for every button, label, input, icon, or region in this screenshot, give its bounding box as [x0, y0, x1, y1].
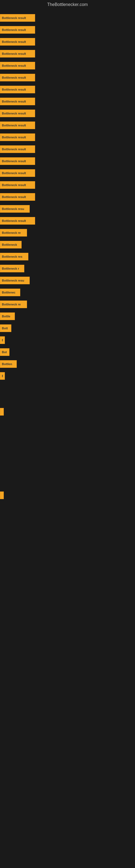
bar-row: Bottle — [0, 310, 135, 322]
bar-row: B — [0, 370, 135, 382]
bar-row: Bottleneck re — [0, 299, 135, 310]
bar-label: Bottleneck result — [2, 148, 26, 151]
bar-label: Bottleneck resu — [2, 207, 24, 211]
bottleneck-bar[interactable]: B — [0, 372, 5, 380]
bar-row — [0, 418, 135, 430]
bar-label: Bottleneck result — [2, 135, 26, 139]
bar-row: Bottleneck result — [0, 143, 135, 155]
bar-row: | — [0, 406, 135, 418]
bar-label: Bottleneck result — [2, 100, 26, 103]
bar-row: Bottleneck result — [0, 60, 135, 72]
bar-label: Bottle — [2, 315, 10, 318]
bar-label: Bottleneck result — [2, 172, 26, 175]
bar-label: Bottlenec — [2, 291, 15, 294]
bar-row: Bottleneck result — [0, 119, 135, 131]
bottleneck-bar[interactable]: Bottleneck result — [0, 110, 35, 117]
bottleneck-bar[interactable]: Bottleneck result — [0, 86, 35, 93]
bar-label: Bottleneck resu — [2, 279, 24, 282]
bottleneck-bar[interactable]: Bottleneck result — [0, 145, 35, 153]
bottleneck-bar[interactable]: Bottle — [0, 312, 15, 320]
bottleneck-bar[interactable]: Bottleneck result — [0, 181, 35, 189]
bottleneck-bar[interactable]: Bottleneck result — [0, 157, 35, 165]
bottleneck-bar[interactable]: Bottleneck result — [0, 217, 35, 225]
bar-row: Bottleneck result — [0, 167, 135, 179]
bottleneck-bar[interactable]: Bottleneck re — [0, 229, 27, 237]
bar-label: B — [2, 339, 3, 342]
bar-row — [0, 477, 135, 489]
bar-row: B — [0, 334, 135, 346]
bottleneck-bar[interactable]: Bottleneck result — [0, 62, 35, 69]
bar-row: Bot — [0, 346, 135, 358]
bottleneck-bar[interactable]: Bot — [0, 348, 9, 356]
bar-label: Bot — [2, 350, 7, 354]
bar-row: Bottlen — [0, 358, 135, 370]
bar-label: Bottleneck result — [2, 183, 26, 187]
bar-row: Bottleneck res — [0, 251, 135, 262]
bar-row: Bottleneck r — [0, 262, 135, 275]
bottleneck-bar[interactable]: | — [0, 492, 4, 499]
bar-row: Bottleneck result — [0, 95, 135, 107]
bottleneck-bar[interactable]: Bottleneck resu — [0, 277, 30, 284]
bottleneck-bar[interactable]: Bottleneck result — [0, 50, 35, 58]
bottleneck-bar[interactable]: | — [0, 408, 4, 415]
bottleneck-bar[interactable]: Bottleneck result — [0, 98, 35, 105]
bottleneck-bar[interactable]: Bottleneck result — [0, 133, 35, 141]
bottleneck-bar[interactable]: Bottleneck — [0, 241, 21, 248]
bar-row: Bottleneck result — [0, 12, 135, 24]
bar-label: Bottleneck res — [2, 255, 22, 258]
bar-label: Bottlen — [2, 362, 12, 366]
bar-row — [0, 442, 135, 454]
bar-row: Bottleneck result — [0, 36, 135, 48]
bar-row — [0, 465, 135, 477]
bar-row: Bottleneck result — [0, 191, 135, 203]
bottleneck-bar[interactable]: Bottleneck re — [0, 301, 27, 308]
bar-row — [0, 382, 135, 394]
bottleneck-bar[interactable]: Bottleneck r — [0, 265, 24, 272]
bar-label: Bottleneck result — [2, 219, 26, 222]
bottleneck-bar[interactable]: Bottleneck result — [0, 38, 35, 45]
bar-row: Bottleneck result — [0, 155, 135, 167]
bar-row: Bottleneck result — [0, 131, 135, 143]
bottleneck-bar[interactable]: Bottlen — [0, 360, 17, 368]
bar-row: Bottleneck result — [0, 24, 135, 36]
bar-row: Bottleneck result — [0, 107, 135, 119]
bar-label: Bottleneck result — [2, 195, 26, 198]
bar-row: Bottleneck result — [0, 215, 135, 227]
bar-row: Bottleneck — [0, 239, 135, 251]
bar-row: Bottlenec — [0, 286, 135, 299]
bottleneck-bar[interactable]: Bott — [0, 324, 11, 332]
bar-label: Bottleneck result — [2, 159, 26, 163]
bottleneck-bar[interactable]: Bottleneck result — [0, 26, 35, 34]
bar-label: Bottleneck result — [2, 124, 26, 127]
bottleneck-bar[interactable]: Bottleneck res — [0, 253, 28, 260]
bar-row: Bottleneck resu — [0, 275, 135, 286]
bar-row: Bottleneck result — [0, 72, 135, 84]
bottleneck-bar[interactable]: B — [0, 336, 5, 344]
bar-label: Bottleneck — [2, 243, 17, 246]
bar-label: Bottleneck result — [2, 52, 26, 55]
bars-container: Bottleneck resultBottleneck resultBottle… — [0, 9, 135, 504]
bottleneck-bar[interactable]: Bottleneck result — [0, 14, 35, 22]
bar-row: Bottleneck result — [0, 179, 135, 191]
bar-label: Bott — [2, 327, 8, 330]
bar-label: B — [2, 374, 3, 378]
bar-row — [0, 430, 135, 442]
bottleneck-bar[interactable]: Bottleneck result — [0, 122, 35, 129]
bar-row: | — [0, 489, 135, 501]
bottleneck-bar[interactable]: Bottleneck result — [0, 74, 35, 82]
bar-label: Bottleneck result — [2, 76, 26, 79]
bar-label: Bottleneck result — [2, 40, 26, 43]
bottleneck-bar[interactable]: Bottlenec — [0, 289, 20, 296]
bar-label: Bottleneck result — [2, 112, 26, 115]
bar-label: Bottleneck result — [2, 64, 26, 67]
bar-label: Bottleneck re — [2, 303, 21, 306]
bar-row: Bottleneck resu — [0, 203, 135, 215]
bar-label: Bottleneck result — [2, 88, 26, 91]
bottleneck-bar[interactable]: Bottleneck result — [0, 169, 35, 177]
bottleneck-bar[interactable]: Bottleneck resu — [0, 205, 30, 213]
bar-row: Bottleneck re — [0, 227, 135, 239]
bar-label: Bottleneck result — [2, 16, 26, 20]
bottleneck-bar[interactable]: Bottleneck result — [0, 193, 35, 201]
bar-row — [0, 394, 135, 406]
bar-label: Bottleneck result — [2, 28, 26, 31]
